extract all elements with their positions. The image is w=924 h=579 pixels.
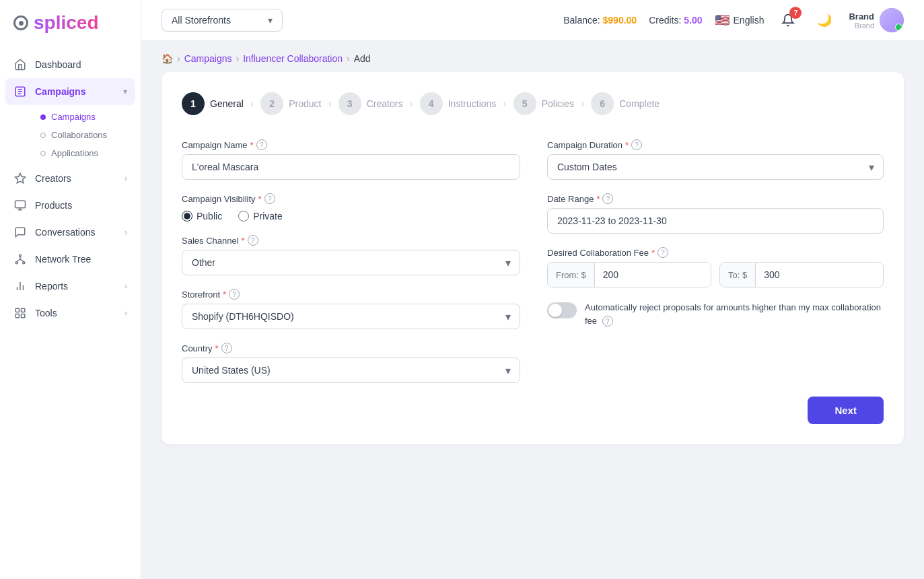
form-footer: Next [182,397,884,424]
storefront-select[interactable]: All Storefronts ▾ [162,9,283,32]
country-field: Country * ? United States (US) ▾ [182,343,520,383]
sidebar-item-tools[interactable]: Tools › [0,300,141,327]
creators-chevron: › [125,174,127,183]
svg-line-10 [20,259,24,262]
radio-public[interactable]: Public [182,211,222,222]
sidebar-item-products[interactable]: Products [0,192,141,219]
svg-point-5 [20,254,22,257]
conversations-icon [13,226,27,239]
next-button[interactable]: Next [808,397,884,424]
svg-rect-15 [22,308,25,312]
form-card: 1 General › 2 Product › 3 Creators [162,72,904,444]
sidebar-item-network-tree[interactable]: Network Tree [0,246,141,273]
duration-select[interactable]: Custom Dates 1 Week 2 Weeks 1 Month [547,154,884,180]
toggle-thumb [548,304,562,317]
radio-private[interactable]: Private [238,211,283,222]
sidebar-item-creators[interactable]: Creators › [0,165,141,192]
auto-reject-toggle[interactable] [547,302,577,318]
target-icon [13,15,28,30]
logo: spliced [0,0,141,46]
country-help-icon[interactable]: ? [221,343,232,353]
step-circle-3: 3 [339,92,361,115]
required-star-2: * [258,194,262,204]
svg-rect-14 [15,308,19,312]
campaign-visibility-field: Campaign Visibility * ? Public Priv [182,193,520,222]
language-selector[interactable]: 🇺🇸 English [715,13,765,28]
conversations-chevron: › [125,228,127,237]
user-role-label: Brand [855,22,874,30]
campaign-name-input[interactable] [182,154,520,180]
step-arrow-2: › [328,98,331,110]
tools-icon [13,306,27,320]
country-select-wrapper: United States (US) ▾ [182,357,520,383]
step-6: 6 Complete [591,92,660,115]
date-range-input[interactable] [547,208,884,234]
reports-icon [13,279,27,293]
radio-private-input[interactable] [238,211,249,222]
auto-reject-row: Automatically reject proposals for amoun… [547,301,884,327]
form-left: Campaign Name * ? Campaign Visibility * … [182,139,520,383]
sidebar-item-campaigns[interactable]: Campaigns ▾ [5,78,135,105]
step-5: 5 Policies [513,92,574,115]
sidebar-item-label-network-tree: Network Tree [35,254,91,265]
fee-from-group: From: $ [547,262,711,287]
sub-label-campaigns: Campaigns [51,112,96,122]
storefront-select-dropdown[interactable]: Shopify (DTH6HQISDO) [182,304,520,329]
auto-reject-label: Automatically reject proposals for amoun… [585,301,884,327]
breadcrumb-current: Add [354,53,371,64]
sidebar-sub-campaigns[interactable]: Campaigns [30,108,141,126]
sidebar-item-label-conversations: Conversations [35,227,96,238]
sidebar-sub-collaborations[interactable]: Collaborations [30,126,141,144]
sidebar-item-conversations[interactable]: Conversations › [0,219,141,246]
breadcrumb-campaigns[interactable]: Campaigns [184,53,232,64]
visibility-help-icon[interactable]: ? [264,193,275,204]
svg-line-9 [17,259,20,262]
sidebar-item-label-tools: Tools [35,308,57,318]
breadcrumb-home[interactable]: 🏠 [162,53,173,64]
home-icon [13,58,27,71]
campaigns-icon [13,85,27,98]
required-star-5: * [215,343,219,353]
sidebar-sub-applications[interactable]: Applications [30,144,141,162]
svg-rect-17 [22,314,25,318]
credits-label: Credits: 5.00 [649,15,702,26]
sales-channel-field: Sales Channel * ? Other Amazon Shopify ▾ [182,235,520,275]
breadcrumb-collab[interactable]: Influencer Collaboration [243,53,343,64]
sidebar-item-dashboard[interactable]: Dashboard [0,51,141,78]
fee-to-prefix: To: $ [720,263,756,287]
fee-help-icon[interactable]: ? [658,247,668,258]
avatar-image [880,8,904,32]
sales-channel-select[interactable]: Other Amazon Shopify [182,250,520,275]
sidebar-nav: Dashboard Campaigns ▾ Campaigns Collabor… [0,46,141,579]
step-label-6: Complete [619,98,660,109]
reports-chevron: › [125,281,127,291]
fee-from-input[interactable] [595,263,711,287]
step-label-3: Creators [367,98,403,109]
step-circle-6: 6 [591,92,614,115]
duration-label: Campaign Duration * ? [547,139,884,150]
campaign-name-help-icon[interactable]: ? [256,139,267,150]
theme-toggle-button[interactable]: 🌙 [812,8,837,32]
step-1: 1 General [182,92,244,115]
step-2: 2 Product [260,92,321,115]
required-star-4: * [223,290,226,300]
step-circle-5: 5 [513,92,536,115]
country-select[interactable]: United States (US) [182,357,520,383]
creators-icon [13,172,27,185]
storefront-help-icon[interactable]: ? [229,289,240,300]
duration-help-icon[interactable]: ? [631,139,642,150]
user-profile[interactable]: Brand Brand [849,8,904,32]
language-label: English [734,15,765,26]
sidebar-item-reports[interactable]: Reports › [0,273,141,300]
country-label: Country * ? [182,343,520,353]
fee-label: Desired Collaboration Fee * ? [547,247,884,258]
user-brand-name: Brand [849,11,874,22]
flag-icon: 🇺🇸 [715,13,730,28]
sales-channel-help-icon[interactable]: ? [248,235,258,246]
required-star-3: * [242,236,245,246]
date-range-help-icon[interactable]: ? [602,193,613,204]
radio-public-input[interactable] [182,211,192,222]
fee-to-input[interactable] [756,263,883,287]
auto-reject-help-icon[interactable]: ? [602,316,613,327]
notifications-button[interactable]: 7 [776,8,800,32]
